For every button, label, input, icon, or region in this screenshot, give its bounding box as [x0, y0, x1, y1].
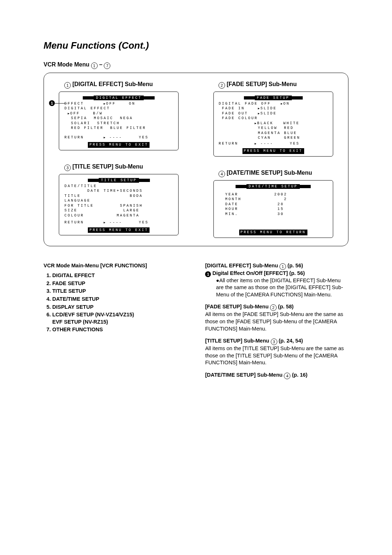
- list-item: DISPLAY SETUP: [52, 304, 187, 311]
- screen-datetime-setup: DATE/TIME SETUP YEAR 2002 MONTH 2 DATE 2…: [213, 180, 333, 238]
- de-heading: [DIGITAL EFFECT] Sub-Menu: [205, 263, 278, 268]
- datetime-setup-block: 4 [DATE/TIME SETUP] Sub-Menu DATE/TIME S…: [205, 170, 342, 238]
- circ-3-icon: 3: [64, 165, 71, 171]
- circ-2-icon: 2: [219, 82, 225, 89]
- list-item: DATE/TIME SETUP: [52, 296, 187, 303]
- submenu-title-1: [DIGITAL EFFECT] Sub-Menu: [72, 81, 153, 87]
- submenu-panel: 1 [DIGITAL EFFECT] Sub-Menu 1 DIGITAL EF…: [44, 73, 348, 246]
- title-heading: [TITLE SETUP] Sub-Menu: [205, 338, 269, 344]
- left-text-column: VCR Mode Main-Menu [VCR FUNCTIONS] DIGIT…: [44, 262, 187, 384]
- de-item: Digital Effect On/Off [EFFECT] (p. 56): [212, 270, 305, 276]
- list-item: DIGITAL EFFECT: [52, 272, 187, 279]
- circ-2-icon: 2: [270, 304, 277, 311]
- right-text-column: [DIGITAL EFFECT] Sub-Menu 1 (p. 56) 1 Di…: [205, 262, 348, 384]
- circ-7-icon: 7: [104, 62, 110, 69]
- list-item: FADE SETUP: [52, 280, 187, 287]
- submenu-title-3: [TITLE SETUP] Sub-Menu: [72, 163, 143, 170]
- fade-text: All items on the [FADE SETUP] Sub-Menu a…: [205, 311, 343, 331]
- ball-1-icon: 1: [205, 271, 211, 277]
- screen-title-setup: TITLE SETUP DATE/TITLE DATE TIME+SECONDS…: [59, 174, 179, 235]
- title-setup-block: 3 [TITLE SETUP] Sub-Menu TITLE SETUP DAT…: [50, 163, 187, 235]
- screen-digital-effect: DIGITAL EFFECT EFFECT OFF ON DIGITAL EFF…: [59, 92, 179, 150]
- main-menu-heading: VCR Mode Main-Menu [VCR FUNCTIONS]: [44, 262, 187, 270]
- circ-4-icon: 4: [284, 373, 290, 379]
- circ-1-icon: 1: [279, 263, 286, 270]
- main-menu-list: DIGITAL EFFECT FADE SETUP TITLE SETUP DA…: [44, 272, 187, 333]
- list-item: OTHER FUNCTIONS: [52, 326, 187, 333]
- title-text: All items on the [TITLE SETUP] Sub-Menu …: [205, 345, 344, 365]
- vcr-mode-heading: VCR Mode Menu 1 – 7: [44, 61, 348, 69]
- digital-effect-block: 1 [DIGITAL EFFECT] Sub-Menu 1 DIGITAL EF…: [50, 81, 187, 150]
- circ-4-icon: 4: [219, 171, 225, 177]
- submenu-title-4: [DATE/TIME SETUP] Sub-Menu: [227, 170, 312, 176]
- ball-1-icon: 1: [49, 100, 55, 106]
- circ-3-icon: 3: [271, 339, 277, 345]
- de-text: ●All other items on the [DIGITAL EFFECT]…: [205, 277, 348, 299]
- list-item: LCD/EVF SETUP (NV-VZ14/VZ15)EVF SETUP (N…: [52, 311, 187, 325]
- datetime-heading: [DATE/TIME SETUP] Sub-Menu: [205, 372, 282, 378]
- screen-fade-setup: FADE SETUP DIGITAL FADE OFF ON FADE IN S…: [213, 92, 333, 157]
- circ-1-icon: 1: [91, 62, 98, 69]
- page-title: Menu Functions (Cont.): [44, 40, 348, 51]
- submenu-title-2: [FADE SETUP] Sub-Menu: [227, 81, 297, 87]
- fade-heading: [FADE SETUP] Sub-Menu: [205, 304, 269, 309]
- fade-setup-block: 2 [FADE SETUP] Sub-Menu FADE SETUP DIGIT…: [205, 81, 342, 157]
- list-item: TITLE SETUP: [52, 288, 187, 295]
- circ-1-icon: 1: [64, 82, 71, 89]
